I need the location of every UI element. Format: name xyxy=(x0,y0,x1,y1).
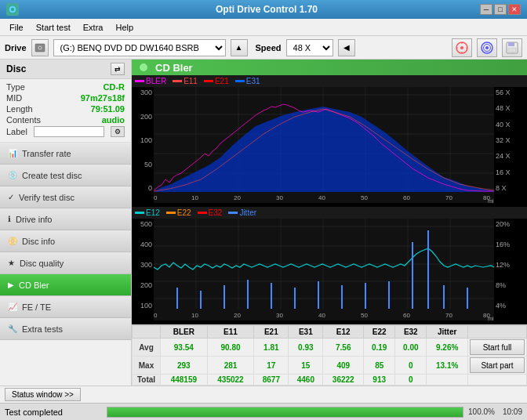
content-area: CD Bler BLER E11 xyxy=(132,60,527,386)
start-part-button[interactable]: Start part xyxy=(470,357,525,373)
row-avg-e21: 1.81 xyxy=(254,339,289,357)
svg-text:30: 30 xyxy=(276,194,283,201)
create-test-disc-icon: 💿 xyxy=(8,171,17,179)
transfer-rate-icon: 📊 xyxy=(8,149,17,158)
row-avg-btn: Start full xyxy=(468,339,527,357)
speed-arrow-btn[interactable]: ◀ xyxy=(338,39,355,56)
sidebar-item-disc-info[interactable]: 📀 Disc info xyxy=(0,230,131,252)
status-bar: Status window >> xyxy=(0,386,527,403)
legend-e12-label: E12 xyxy=(146,208,160,217)
col-header-bler: BLER xyxy=(161,326,208,339)
drive-select[interactable]: (G:) BENQ DVD DD DW1640 BSRB xyxy=(53,39,226,56)
bottom-chart: E12 E22 E32 Jitter xyxy=(132,207,527,324)
chart-header: CD Bler xyxy=(132,60,527,75)
sidebar-item-fe-te[interactable]: 📈 FE / TE xyxy=(0,296,131,318)
maximize-button[interactable]: □ xyxy=(494,4,507,15)
col-header-e21: E21 xyxy=(254,326,289,339)
legend-e12: E12 xyxy=(135,208,160,217)
disc-length-val: 79:51.09 xyxy=(91,104,125,114)
col-header-e32: E32 xyxy=(395,326,427,339)
sidebar-item-extra-tests[interactable]: 🔧 Extra tests xyxy=(0,318,131,340)
svg-marker-26 xyxy=(154,107,494,192)
row-total-bler: 448159 xyxy=(161,375,208,386)
svg-text:0: 0 xyxy=(154,194,158,201)
speed-select[interactable]: 48 X 40 X 32 X 24 X 16 X 8 X 4 X xyxy=(286,39,333,56)
sidebar-menu: 📊 Transfer rate 💿 Create test disc ✓ Ver… xyxy=(0,143,131,386)
svg-point-6 xyxy=(460,46,463,49)
legend-e31-label: E31 xyxy=(246,77,260,85)
disc-type-val: CD-R xyxy=(104,82,125,92)
minimize-button[interactable]: ─ xyxy=(480,4,492,15)
legend-e32-label: E32 xyxy=(209,208,223,217)
top-chart: BLER E11 E21 E31 xyxy=(132,75,527,207)
menu-file[interactable]: File xyxy=(3,21,30,34)
legend-e12-color xyxy=(135,212,144,214)
row-max-e12: 409 xyxy=(323,357,364,375)
legend-bler: BLER xyxy=(135,77,166,85)
start-full-button[interactable]: Start full xyxy=(470,339,525,355)
sidebar-item-disc-quality[interactable]: ★ Disc quality xyxy=(0,252,131,274)
row-avg-jitter: 9.26% xyxy=(427,339,468,357)
sidebar-item-create-test-disc[interactable]: 💿 Create test disc xyxy=(0,165,131,186)
legend-e11-label: E11 xyxy=(184,77,198,85)
legend-e32: E32 xyxy=(198,208,223,217)
disc-quality-icon: ★ xyxy=(8,259,15,267)
disc-action-btn1[interactable] xyxy=(452,38,472,57)
table-row-total: Total 448159 435022 8677 4460 36222 913 … xyxy=(133,375,527,386)
sidebar-item-label-transfer-rate: Transfer rate xyxy=(22,149,71,158)
col-header-e11: E11 xyxy=(207,326,254,339)
sidebar: Disc ⇄ Type CD-R MID 97m27s18f Length 79… xyxy=(0,60,132,386)
label-settings-btn[interactable]: ⚙ xyxy=(111,126,125,137)
save-btn[interactable] xyxy=(502,38,522,57)
legend-jitter-color xyxy=(228,212,238,214)
svg-text:20: 20 xyxy=(234,194,241,201)
sidebar-item-label-verify-test-disc: Verify test disc xyxy=(19,193,75,202)
disc-label-key: Label xyxy=(6,127,27,136)
progress-bar-fill xyxy=(107,407,463,417)
progress-bar-container xyxy=(107,407,463,418)
sidebar-item-label-cd-bler: CD Bler xyxy=(19,281,49,290)
close-button[interactable]: ✕ xyxy=(508,4,521,15)
sidebar-item-drive-info[interactable]: ℹ Drive info xyxy=(0,208,131,230)
sidebar-item-verify-test-disc[interactable]: ✓ Verify test disc xyxy=(0,186,131,208)
disc-mid-row: MID 97m27s18f xyxy=(6,93,125,103)
col-header-e31: E31 xyxy=(289,326,323,339)
sidebar-item-transfer-rate[interactable]: 📊 Transfer rate xyxy=(0,143,131,165)
svg-text:30: 30 xyxy=(276,312,283,319)
disc-contents-row: Contents audio xyxy=(6,115,125,125)
disc-type-row: Type CD-R xyxy=(6,82,125,92)
disc-contents-val: audio xyxy=(102,115,125,125)
sidebar-item-cd-bler[interactable]: ▶ CD Bler xyxy=(0,274,131,296)
row-label-total: Total xyxy=(133,375,161,386)
drive-icon-btn[interactable] xyxy=(31,39,49,56)
disc-info-section: Type CD-R MID 97m27s18f Length 79:51.09 … xyxy=(0,79,131,143)
svg-point-8 xyxy=(485,46,489,49)
fe-te-icon: 📈 xyxy=(8,302,17,311)
menu-extra[interactable]: Extra xyxy=(77,21,110,34)
legend-e11: E11 xyxy=(173,77,198,85)
drive-bar: Drive (G:) BENQ DVD DD DW1640 BSRB ▲ Spe… xyxy=(0,36,527,60)
menu-help[interactable]: Help xyxy=(109,21,140,34)
disc-action-btn2[interactable] xyxy=(477,38,497,57)
legend-e21-color xyxy=(204,80,213,82)
svg-text:70: 70 xyxy=(445,194,452,201)
menu-start-test[interactable]: Start test xyxy=(30,21,77,34)
chart-title: CD Bler xyxy=(155,62,193,74)
top-chart-y-axis-left: 300 200 100 50 0 xyxy=(132,87,154,203)
svg-text:50: 50 xyxy=(361,194,368,201)
row-total-e21: 8677 xyxy=(254,375,289,386)
sidebar-item-label-disc-quality: Disc quality xyxy=(20,259,64,268)
legend-e21: E21 xyxy=(204,77,229,85)
disc-flip-btn[interactable]: ⇄ xyxy=(111,63,125,75)
time-text: 10:09 xyxy=(503,407,522,416)
row-avg-e22: 0.19 xyxy=(364,339,395,357)
bottom-chart-y-axis-right: 20% 16% 12% 8% 4% xyxy=(494,219,518,320)
row-total-btn xyxy=(468,375,527,386)
col-header-e12: E12 xyxy=(323,326,364,339)
legend-jitter-label: Jitter xyxy=(239,208,256,217)
drive-eject-btn[interactable]: ▲ xyxy=(231,39,248,56)
svg-text:20: 20 xyxy=(234,312,241,319)
disc-label-input[interactable] xyxy=(34,126,104,137)
status-window-button[interactable]: Status window >> xyxy=(5,388,81,401)
bottom-chart-svg: 0 10 20 30 40 50 60 70 80 min xyxy=(154,219,494,320)
